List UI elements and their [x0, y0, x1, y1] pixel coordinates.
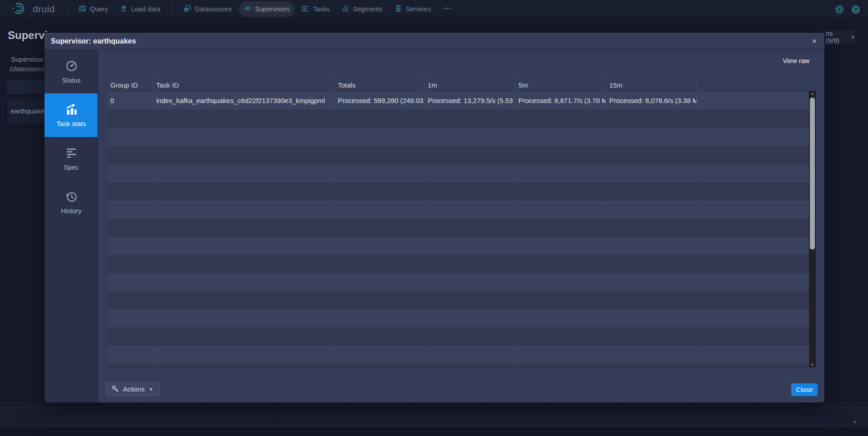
column-header-totals[interactable]: Totals [334, 78, 424, 92]
table-cell [424, 255, 515, 273]
table-cell [606, 182, 696, 200]
table-cell [696, 110, 809, 127]
table-cell [424, 146, 515, 164]
column-header-task-id[interactable]: Task ID [153, 78, 334, 92]
bg-columns-dropdown[interactable]: ns (9/9) ▼ [821, 30, 855, 44]
table-row-empty [107, 291, 809, 309]
nav-item-more[interactable] [438, 1, 457, 17]
column-header-15m[interactable]: 15m [606, 78, 696, 92]
column-header-extra[interactable] [696, 78, 809, 92]
tab-task-stats[interactable]: Task stats [44, 93, 98, 137]
table-cell [696, 182, 809, 200]
druid-logo[interactable]: druid [11, 1, 55, 17]
tab-label: Spec [64, 164, 79, 171]
nav-item-datasources[interactable]: Datasources [178, 1, 237, 17]
more-icon [443, 5, 452, 14]
table-cell [424, 291, 515, 309]
table-cell [334, 273, 424, 291]
table-cell [334, 309, 424, 327]
table-cell [606, 346, 696, 363]
chevron-down-icon: ▼ [850, 34, 855, 40]
table-row-empty [107, 346, 809, 364]
table-cell [334, 219, 424, 236]
druid-console-page: druid Query Load data Datasources Superv… [0, 0, 868, 436]
table-cell [107, 328, 153, 345]
dialog-close-button[interactable]: Close [791, 383, 818, 396]
nav-item-label: Load data [131, 5, 161, 13]
nav-divider [172, 4, 172, 14]
table-cell [334, 291, 424, 309]
dialog-header: Supervisor: earthquakes × [44, 33, 824, 50]
table-cell [153, 164, 334, 182]
tab-spec[interactable]: Spec [44, 137, 98, 181]
column-header-1m[interactable]: 1m [424, 78, 515, 92]
table-cell [424, 128, 515, 146]
table-cell [107, 146, 153, 164]
nav-item-segments[interactable]: Segments [336, 1, 387, 17]
bg-footer-strip [0, 427, 868, 436]
nav-item-tasks[interactable]: Tasks [296, 1, 335, 17]
tab-status[interactable]: Status [44, 50, 98, 93]
nav-item-supervisors[interactable]: Supervisors [239, 1, 295, 17]
table-cell [334, 346, 424, 363]
table-row-empty [107, 182, 809, 201]
supervisor-dialog: Supervisor: earthquakes × Status Task st… [44, 33, 824, 402]
bg-table-row[interactable]: earthquakes [7, 98, 49, 123]
tasks-icon [301, 5, 309, 14]
table-row-empty [107, 164, 809, 182]
history-icon [65, 191, 78, 204]
nav-item-label: Supervisors [255, 5, 290, 13]
column-header-group-id[interactable]: Group ID [107, 78, 153, 92]
gear-icon[interactable] [834, 5, 844, 15]
table-cell [696, 92, 809, 109]
table-cell [515, 255, 606, 273]
table-cell [153, 291, 334, 309]
nav-item-services[interactable]: Services [390, 1, 436, 17]
bg-column-filter-input[interactable] [7, 80, 49, 93]
table-cell [334, 255, 424, 273]
column-header-5m[interactable]: 5m [515, 78, 606, 92]
table-cell [606, 201, 696, 218]
table-cell [107, 110, 153, 127]
table-cell [153, 346, 334, 363]
table-cell [107, 346, 153, 363]
close-icon[interactable]: × [809, 36, 820, 47]
table-row-empty [107, 255, 809, 273]
dialog-title: Supervisor: earthquakes [51, 37, 136, 45]
nav-item-query[interactable]: Query [74, 1, 113, 17]
table-cell [334, 128, 424, 146]
table-cell [515, 273, 606, 291]
nav-item-load-data[interactable]: Load data [115, 1, 166, 17]
dialog-tab-sidebar: Status Task stats Spec History [44, 50, 98, 402]
chevron-down-icon: ▼ [149, 387, 154, 392]
bg-column-subheader: (datasource) [10, 65, 48, 73]
load-data-icon [120, 5, 128, 14]
actions-button[interactable]: Actions ▼ [106, 382, 159, 396]
table-cell [424, 219, 515, 236]
dashboard-icon [65, 60, 78, 73]
table-cell [153, 128, 334, 146]
scroll-down-icon[interactable]: ▼ [809, 362, 816, 367]
table-cell [153, 237, 334, 255]
table-row-empty [107, 110, 809, 128]
view-raw-link[interactable]: View raw [783, 57, 809, 64]
table-cell [606, 146, 696, 164]
druid-logo-icon [11, 1, 29, 17]
table-cell [153, 110, 334, 127]
table-scrollbar[interactable]: ▲ ▼ [809, 91, 816, 367]
table-cell [515, 291, 606, 309]
help-icon[interactable]: ? [851, 5, 861, 15]
nav-divider [67, 4, 67, 14]
table-cell [515, 201, 606, 218]
scroll-up-icon[interactable]: ▲ [809, 91, 816, 96]
scrollbar-thumb[interactable] [810, 98, 815, 250]
table-cell [696, 309, 809, 327]
task-stats-table: Group IDTask IDTotals1m5m15m 0index_kafk… [107, 78, 809, 367]
table-cell [107, 201, 153, 218]
tab-history[interactable]: History [44, 181, 98, 224]
table-cell [153, 146, 334, 164]
table-row[interactable]: 0index_kafka_earthquakes_c6d22f2137390e3… [107, 92, 809, 110]
tab-label: History [61, 207, 81, 215]
table-cell [107, 219, 153, 236]
table-cell [153, 273, 334, 291]
